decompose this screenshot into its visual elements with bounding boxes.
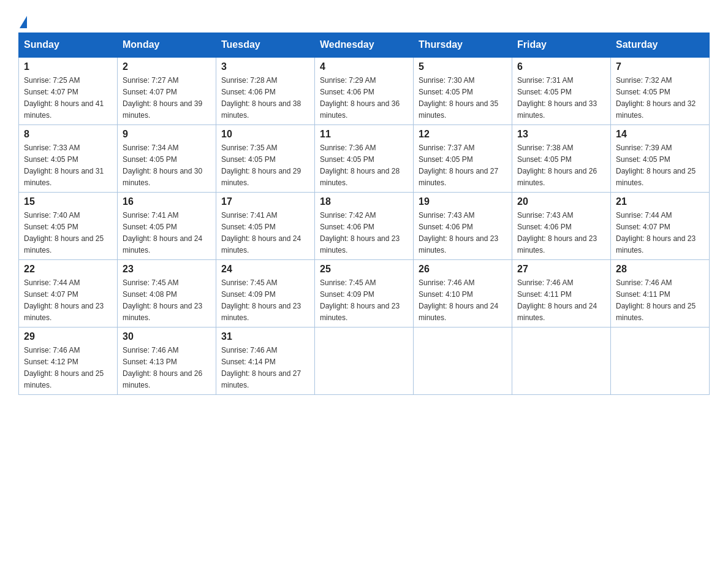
calendar-cell: 2 Sunrise: 7:27 AMSunset: 4:07 PMDayligh… xyxy=(118,57,216,125)
header-wednesday: Wednesday xyxy=(315,33,414,58)
day-info: Sunrise: 7:31 AMSunset: 4:05 PMDaylight:… xyxy=(517,76,597,120)
day-info: Sunrise: 7:43 AMSunset: 4:06 PMDaylight:… xyxy=(517,211,597,255)
calendar-cell: 25 Sunrise: 7:45 AMSunset: 4:09 PMDaylig… xyxy=(315,260,414,327)
day-number: 14 xyxy=(616,129,704,140)
calendar-cell xyxy=(611,327,710,395)
calendar-cell: 19 Sunrise: 7:43 AMSunset: 4:06 PMDaylig… xyxy=(414,193,512,260)
day-number: 11 xyxy=(320,129,408,140)
calendar-cell: 28 Sunrise: 7:46 AMSunset: 4:11 PMDaylig… xyxy=(611,260,710,327)
calendar-cell: 17 Sunrise: 7:41 AMSunset: 4:05 PMDaylig… xyxy=(216,193,315,260)
day-number: 1 xyxy=(24,61,112,72)
page-header xyxy=(18,12,710,26)
day-number: 28 xyxy=(616,264,704,275)
day-info: Sunrise: 7:44 AMSunset: 4:07 PMDaylight:… xyxy=(616,211,696,255)
day-number: 29 xyxy=(24,331,112,342)
day-info: Sunrise: 7:27 AMSunset: 4:07 PMDaylight:… xyxy=(123,76,202,120)
calendar-cell: 14 Sunrise: 7:39 AMSunset: 4:05 PMDaylig… xyxy=(611,125,710,193)
day-number: 7 xyxy=(616,61,704,72)
day-number: 12 xyxy=(419,129,507,140)
day-info: Sunrise: 7:44 AMSunset: 4:07 PMDaylight:… xyxy=(24,278,104,322)
day-info: Sunrise: 7:45 AMSunset: 4:08 PMDaylight:… xyxy=(123,278,202,322)
day-info: Sunrise: 7:34 AMSunset: 4:05 PMDaylight:… xyxy=(123,144,202,187)
calendar-cell: 11 Sunrise: 7:36 AMSunset: 4:05 PMDaylig… xyxy=(315,125,414,193)
day-number: 3 xyxy=(221,61,309,72)
day-number: 25 xyxy=(320,264,408,275)
day-info: Sunrise: 7:41 AMSunset: 4:05 PMDaylight:… xyxy=(123,211,202,255)
day-info: Sunrise: 7:32 AMSunset: 4:05 PMDaylight:… xyxy=(616,76,696,120)
day-number: 16 xyxy=(123,196,211,207)
calendar-cell: 26 Sunrise: 7:46 AMSunset: 4:10 PMDaylig… xyxy=(414,260,512,327)
day-number: 10 xyxy=(221,129,309,140)
header-friday: Friday xyxy=(512,33,611,58)
day-number: 18 xyxy=(320,196,408,207)
day-info: Sunrise: 7:46 AMSunset: 4:12 PMDaylight:… xyxy=(24,346,104,389)
day-info: Sunrise: 7:38 AMSunset: 4:05 PMDaylight:… xyxy=(517,144,597,187)
calendar-week-row: 22 Sunrise: 7:44 AMSunset: 4:07 PMDaylig… xyxy=(19,260,710,327)
day-number: 30 xyxy=(123,331,211,342)
day-number: 27 xyxy=(517,264,605,275)
day-number: 23 xyxy=(123,264,211,275)
day-info: Sunrise: 7:28 AMSunset: 4:06 PMDaylight:… xyxy=(221,76,301,120)
day-info: Sunrise: 7:46 AMSunset: 4:14 PMDaylight:… xyxy=(221,346,301,389)
day-info: Sunrise: 7:46 AMSunset: 4:11 PMDaylight:… xyxy=(616,278,696,322)
day-number: 26 xyxy=(419,264,507,275)
day-number: 4 xyxy=(320,61,408,72)
calendar-cell xyxy=(414,327,512,395)
calendar-cell: 21 Sunrise: 7:44 AMSunset: 4:07 PMDaylig… xyxy=(611,193,710,260)
day-info: Sunrise: 7:46 AMSunset: 4:10 PMDaylight:… xyxy=(419,278,498,322)
day-number: 8 xyxy=(24,129,112,140)
calendar-cell xyxy=(315,327,414,395)
day-number: 22 xyxy=(24,264,112,275)
calendar-cell: 22 Sunrise: 7:44 AMSunset: 4:07 PMDaylig… xyxy=(19,260,118,327)
day-info: Sunrise: 7:42 AMSunset: 4:06 PMDaylight:… xyxy=(320,211,400,255)
day-info: Sunrise: 7:25 AMSunset: 4:07 PMDaylight:… xyxy=(24,76,104,120)
day-info: Sunrise: 7:43 AMSunset: 4:06 PMDaylight:… xyxy=(419,211,498,255)
calendar-cell: 1 Sunrise: 7:25 AMSunset: 4:07 PMDayligh… xyxy=(19,57,118,125)
day-info: Sunrise: 7:29 AMSunset: 4:06 PMDaylight:… xyxy=(320,76,400,120)
calendar-cell: 24 Sunrise: 7:45 AMSunset: 4:09 PMDaylig… xyxy=(216,260,315,327)
day-number: 17 xyxy=(221,196,309,207)
header-sunday: Sunday xyxy=(19,33,118,58)
calendar-cell: 5 Sunrise: 7:30 AMSunset: 4:05 PMDayligh… xyxy=(414,57,512,125)
day-info: Sunrise: 7:37 AMSunset: 4:05 PMDaylight:… xyxy=(419,144,498,187)
day-number: 21 xyxy=(616,196,704,207)
calendar-cell: 4 Sunrise: 7:29 AMSunset: 4:06 PMDayligh… xyxy=(315,57,414,125)
day-info: Sunrise: 7:36 AMSunset: 4:05 PMDaylight:… xyxy=(320,144,400,187)
calendar-cell: 6 Sunrise: 7:31 AMSunset: 4:05 PMDayligh… xyxy=(512,57,611,125)
day-number: 15 xyxy=(24,196,112,207)
day-number: 24 xyxy=(221,264,309,275)
day-number: 5 xyxy=(419,61,507,72)
calendar-cell: 18 Sunrise: 7:42 AMSunset: 4:06 PMDaylig… xyxy=(315,193,414,260)
calendar-cell xyxy=(512,327,611,395)
day-number: 19 xyxy=(419,196,507,207)
day-info: Sunrise: 7:39 AMSunset: 4:05 PMDaylight:… xyxy=(616,144,696,187)
calendar-cell: 10 Sunrise: 7:35 AMSunset: 4:05 PMDaylig… xyxy=(216,125,315,193)
calendar-week-row: 1 Sunrise: 7:25 AMSunset: 4:07 PMDayligh… xyxy=(19,57,710,125)
calendar-cell: 8 Sunrise: 7:33 AMSunset: 4:05 PMDayligh… xyxy=(19,125,118,193)
calendar-cell: 20 Sunrise: 7:43 AMSunset: 4:06 PMDaylig… xyxy=(512,193,611,260)
day-info: Sunrise: 7:46 AMSunset: 4:11 PMDaylight:… xyxy=(517,278,597,322)
calendar-cell: 23 Sunrise: 7:45 AMSunset: 4:08 PMDaylig… xyxy=(118,260,216,327)
calendar-cell: 16 Sunrise: 7:41 AMSunset: 4:05 PMDaylig… xyxy=(118,193,216,260)
header-tuesday: Tuesday xyxy=(216,33,315,58)
logo-triangle-icon xyxy=(20,16,27,28)
calendar-week-row: 15 Sunrise: 7:40 AMSunset: 4:05 PMDaylig… xyxy=(19,193,710,260)
day-number: 2 xyxy=(123,61,211,72)
day-number: 9 xyxy=(123,129,211,140)
calendar-week-row: 29 Sunrise: 7:46 AMSunset: 4:12 PMDaylig… xyxy=(19,327,710,395)
calendar-header-row: SundayMondayTuesdayWednesdayThursdayFrid… xyxy=(19,33,710,58)
calendar-cell: 3 Sunrise: 7:28 AMSunset: 4:06 PMDayligh… xyxy=(216,57,315,125)
day-number: 13 xyxy=(517,129,605,140)
day-info: Sunrise: 7:45 AMSunset: 4:09 PMDaylight:… xyxy=(221,278,301,322)
header-monday: Monday xyxy=(118,33,216,58)
calendar-cell: 9 Sunrise: 7:34 AMSunset: 4:05 PMDayligh… xyxy=(118,125,216,193)
day-info: Sunrise: 7:40 AMSunset: 4:05 PMDaylight:… xyxy=(24,211,104,255)
logo xyxy=(18,15,27,26)
calendar-cell: 12 Sunrise: 7:37 AMSunset: 4:05 PMDaylig… xyxy=(414,125,512,193)
calendar-cell: 30 Sunrise: 7:46 AMSunset: 4:13 PMDaylig… xyxy=(118,327,216,395)
day-number: 20 xyxy=(517,196,605,207)
calendar-cell: 7 Sunrise: 7:32 AMSunset: 4:05 PMDayligh… xyxy=(611,57,710,125)
day-number: 6 xyxy=(517,61,605,72)
day-number: 31 xyxy=(221,331,309,342)
calendar-cell: 31 Sunrise: 7:46 AMSunset: 4:14 PMDaylig… xyxy=(216,327,315,395)
